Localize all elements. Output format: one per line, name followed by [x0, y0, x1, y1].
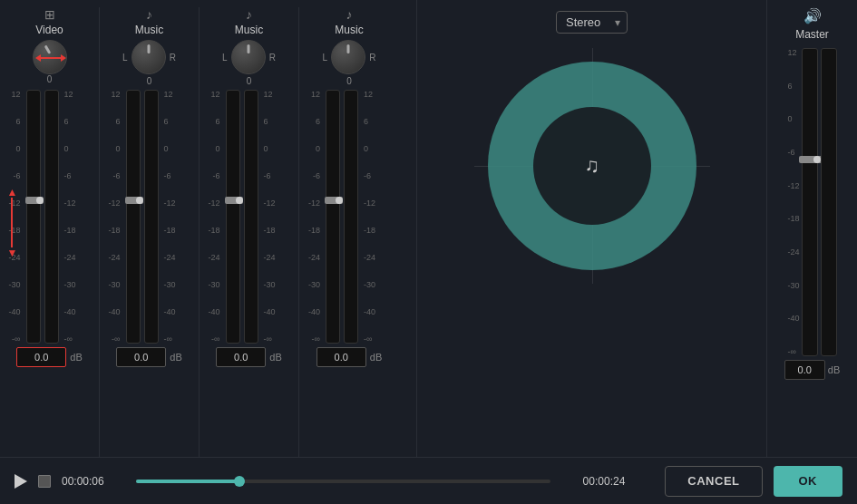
music3-db-row: dB	[317, 347, 382, 367]
stereo-select[interactable]: Stereo Mono Left Right	[556, 11, 628, 34]
master-scale: 12 6 0 -6 -12 -18 -24 -30 -40 -∞	[787, 48, 799, 356]
donut-visualizer: ♫	[474, 48, 710, 284]
master-level-dot	[813, 156, 821, 163]
time-end: 00:00:24	[561, 475, 625, 488]
music3-knob-value: 0	[346, 76, 352, 86]
channel-music2: ♪ Music L R 0 1260-6-12-18-24-30-40-∞ 12…	[200, 7, 299, 457]
music3-icon: ♪	[346, 7, 353, 22]
music2-knob-l-label: L	[222, 53, 228, 63]
music1-knob-l-label: L	[122, 53, 128, 63]
svg-marker-2	[61, 54, 66, 62]
music2-knob-row: L R	[222, 40, 276, 74]
donut-music-icon: ♫	[584, 154, 599, 178]
music2-knob-r-label: R	[269, 53, 276, 63]
channel-video: ⊞ Video 0 12 6 0	[0, 7, 100, 457]
mixer-panel: ⊞ Video 0 12 6 0	[0, 0, 417, 457]
music1-db-label: dB	[170, 352, 181, 363]
fader-track-m1-r[interactable]	[144, 90, 159, 344]
center-panel: Stereo Mono Left Right ▾ ♫	[417, 0, 766, 457]
music2-knob-value: 0	[247, 76, 252, 86]
master-db-label: dB	[828, 364, 840, 375]
music2-icon: ♪	[246, 7, 252, 22]
stop-button[interactable]	[38, 475, 51, 488]
fader-track-m2-r[interactable]	[244, 90, 258, 344]
progress-thumb[interactable]	[234, 476, 245, 487]
fader-scale-m3-right: 1260-6-12-18-24-30-40-∞	[362, 90, 375, 344]
master-fader-tracks	[802, 48, 837, 356]
channel-music1: ♪ Music L R 0 1260-6-12-18-24-30-40-∞ 12…	[100, 7, 200, 457]
fader-scale-m1-right: 1260-6-12-18-24-30-40-∞	[162, 90, 176, 344]
music3-knob-l-label: L	[323, 53, 328, 63]
music2-db-row: dB	[216, 347, 281, 367]
music3-db-input[interactable]	[317, 347, 366, 367]
music1-db-input[interactable]	[116, 347, 166, 367]
music3-knob-r-label: R	[369, 53, 375, 63]
transport-bar: 00:00:06 00:00:24 CANCEL OK	[0, 457, 857, 504]
master-db-row: dB	[784, 360, 840, 380]
master-track-r[interactable]	[821, 48, 837, 356]
channel-music3-label: Music	[335, 24, 363, 36]
video-knob[interactable]	[33, 40, 67, 74]
master-panel: 🔊 Master 12 6 0 -6 -12 -18 -24 -30 -40 -…	[766, 0, 857, 457]
music1-knob[interactable]	[131, 40, 166, 74]
fader-scale-m2-right: 1260-6-12-18-24-30-40-∞	[262, 90, 276, 344]
channel-music2-label: Music	[235, 24, 263, 36]
time-start: 00:00:06	[62, 475, 125, 488]
music3-knob-row: L R	[323, 40, 376, 74]
channel-music1-label: Music	[135, 24, 163, 36]
master-track-l[interactable]	[802, 48, 818, 356]
fader-arrow-up: ▲	[7, 187, 18, 198]
music1-knob-row: L R	[122, 40, 176, 74]
fader-track-video-l[interactable]: ▲ ▼	[26, 90, 41, 344]
stereo-select-row: Stereo Mono Left Right ▾	[556, 11, 628, 34]
music1-db-row: dB	[116, 347, 181, 367]
fader-track-video-r[interactable]	[44, 90, 59, 344]
fader-track-m2-l[interactable]	[226, 90, 240, 344]
fader-scale-m2: 1260-6-12-18-24-30-40-∞	[209, 90, 222, 344]
video-db-row: dB	[16, 347, 82, 367]
music1-knob-r-label: R	[170, 53, 176, 63]
fader-track-m3-r[interactable]	[344, 90, 358, 344]
fader-track-m3-l[interactable]	[326, 90, 340, 344]
music3-knob[interactable]	[331, 40, 365, 74]
cancel-button[interactable]: CANCEL	[665, 466, 762, 497]
fader-scale-m3: 1260-6-12-18-24-30-40-∞	[308, 90, 322, 344]
video-knob-value: 0	[47, 74, 53, 84]
fader-track-m1-l[interactable]	[126, 90, 141, 344]
svg-marker-1	[35, 54, 41, 62]
fader-scale-m1: 1260-6-12-18-24-30-40-∞	[109, 90, 122, 344]
knob-arrows	[34, 41, 68, 75]
play-button[interactable]	[15, 474, 27, 489]
video-db-input[interactable]	[16, 347, 66, 367]
master-db-input[interactable]	[784, 360, 825, 380]
channel-music3: ♪ Music L R 0 1260-6-12-18-24-30-40-∞ 12…	[299, 7, 399, 457]
progress-fill	[136, 480, 239, 483]
master-meter: 12 6 0 -6 -12 -18 -24 -30 -40 -∞	[787, 48, 836, 356]
channel-video-label: Video	[35, 24, 63, 36]
ok-button[interactable]: OK	[774, 466, 843, 497]
music2-db-label: dB	[269, 352, 281, 363]
music1-knob-value: 0	[147, 76, 152, 86]
fader-arrow-down: ▼	[7, 247, 18, 258]
volume-icon: 🔊	[803, 7, 822, 24]
music2-knob[interactable]	[231, 40, 266, 74]
video-db-label: dB	[70, 352, 82, 363]
progress-track[interactable]	[136, 480, 550, 483]
music1-icon: ♪	[146, 7, 152, 22]
stereo-select-wrapper[interactable]: Stereo Mono Left Right ▾	[556, 11, 628, 34]
music2-db-input[interactable]	[216, 347, 266, 367]
video-icon: ⊞	[44, 7, 55, 22]
master-label: Master	[795, 28, 829, 41]
fader-scale-video-right: 12 6 0 -6 -12 -18 -24 -30 -40 -∞	[63, 90, 76, 344]
music3-db-label: dB	[370, 352, 382, 363]
